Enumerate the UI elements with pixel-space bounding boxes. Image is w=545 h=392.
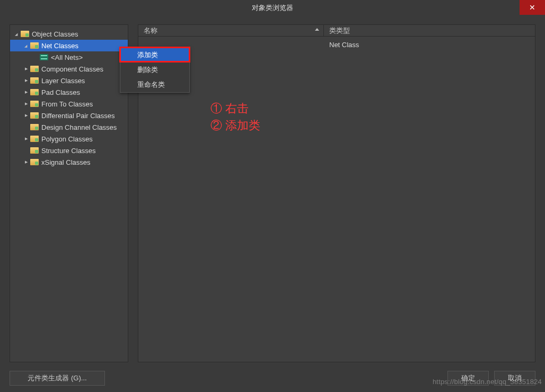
tree-label: Component Classes	[41, 65, 103, 73]
nets-icon	[40, 54, 48, 60]
folder-icon	[30, 101, 39, 107]
chevron-right-icon[interactable]	[23, 159, 29, 165]
footer: 元件类生成器 (G)... 确定 取消	[10, 371, 535, 386]
spacer-icon	[32, 54, 39, 60]
folder-icon	[21, 31, 29, 37]
button-label: 元件类生成器 (G)...	[28, 373, 86, 383]
list-header: 名称 类类型	[138, 25, 535, 37]
list-panel: 名称 类类型 Net Class	[138, 24, 535, 362]
folder-icon	[30, 89, 39, 95]
main-area: Object Classes Net Classes <All Nets> Co…	[10, 24, 535, 362]
button-label: 确定	[461, 373, 475, 383]
tree-panel: Object Classes Net Classes <All Nets> Co…	[10, 24, 128, 362]
spacer-icon	[23, 147, 29, 154]
chevron-right-icon[interactable]	[23, 136, 29, 142]
folder-icon	[30, 136, 39, 142]
chevron-right-icon[interactable]	[23, 112, 29, 119]
folder-icon	[30, 124, 39, 130]
ok-button[interactable]: 确定	[447, 371, 489, 386]
chevron-right-icon[interactable]	[23, 77, 29, 84]
close-icon: ✕	[529, 3, 535, 12]
column-header-type[interactable]: 类类型	[324, 25, 535, 36]
tree-item-net-classes[interactable]: Net Classes	[10, 40, 128, 51]
cell-type: Net Class	[324, 41, 535, 49]
tree-item-differential-pair-classes[interactable]: Differential Pair Classes	[10, 110, 128, 121]
menu-item-label: 删除类	[137, 65, 158, 75]
spacer-icon	[23, 124, 29, 130]
tree-root-object-classes[interactable]: Object Classes	[10, 28, 128, 40]
tree-item-structure-classes[interactable]: Structure Classes	[10, 145, 128, 156]
list-body: Net Class	[138, 37, 535, 52]
chevron-right-icon[interactable]	[23, 66, 29, 72]
cancel-button[interactable]: 取消	[494, 371, 535, 386]
folder-icon	[30, 147, 39, 154]
folder-icon	[30, 112, 39, 119]
folder-icon	[30, 77, 39, 84]
tree-item-all-nets[interactable]: <All Nets>	[10, 51, 128, 63]
chevron-down-icon[interactable]	[13, 31, 20, 37]
sort-ascending-icon	[315, 28, 319, 31]
chevron-right-icon[interactable]	[23, 89, 29, 95]
button-label: 取消	[508, 373, 522, 383]
tree-label: Layer Classes	[41, 77, 85, 85]
folder-icon	[30, 42, 39, 49]
tree-label: Design Channel Classes	[41, 123, 117, 131]
close-button[interactable]: ✕	[520, 0, 545, 15]
context-menu-delete-class[interactable]: 删除类	[120, 63, 189, 77]
annotation-step-1: ① 右击	[210, 101, 249, 117]
folder-icon	[30, 159, 39, 165]
window-title: 对象类浏览器	[252, 3, 293, 13]
context-menu-add-class[interactable]: 添加类	[120, 48, 189, 63]
titlebar: 对象类浏览器 ✕	[0, 0, 545, 16]
tree-label: From To Classes	[41, 100, 93, 108]
column-header-label: 名称	[144, 26, 157, 35]
tree-label: Object Classes	[32, 30, 78, 38]
tree-item-polygon-classes[interactable]: Polygon Classes	[10, 133, 128, 145]
tree-label: Structure Classes	[41, 147, 96, 155]
component-class-generator-button[interactable]: 元件类生成器 (G)...	[10, 371, 105, 386]
context-menu-rename-class[interactable]: 重命名类	[120, 77, 189, 92]
tree-label: <All Nets>	[51, 54, 83, 61]
tree-item-xsignal-classes[interactable]: xSignal Classes	[10, 156, 128, 168]
chevron-right-icon[interactable]	[23, 101, 29, 107]
column-header-label: 类类型	[329, 26, 350, 35]
footer-button-group: 确定 取消	[447, 371, 535, 386]
tree-label: Net Classes	[41, 42, 78, 50]
tree-label: Pad Classes	[41, 88, 80, 96]
folder-icon	[30, 66, 39, 72]
table-row[interactable]: Net Class	[138, 39, 535, 50]
column-header-name[interactable]: 名称	[138, 25, 324, 36]
menu-item-label: 添加类	[137, 50, 158, 60]
tree-item-component-classes[interactable]: Component Classes	[10, 63, 128, 75]
menu-item-label: 重命名类	[137, 80, 165, 90]
tree-label: Differential Pair Classes	[41, 112, 115, 120]
annotation-step-2: ② 添加类	[210, 118, 260, 133]
chevron-down-icon[interactable]	[23, 42, 29, 49]
context-menu: 添加类 删除类 重命名类	[120, 47, 190, 93]
tree-item-pad-classes[interactable]: Pad Classes	[10, 86, 128, 98]
tree-item-design-channel-classes[interactable]: Design Channel Classes	[10, 121, 128, 133]
tree-label: Polygon Classes	[41, 135, 93, 143]
tree-item-layer-classes[interactable]: Layer Classes	[10, 75, 128, 86]
tree-item-from-to-classes[interactable]: From To Classes	[10, 98, 128, 110]
tree-label: xSignal Classes	[41, 158, 91, 166]
